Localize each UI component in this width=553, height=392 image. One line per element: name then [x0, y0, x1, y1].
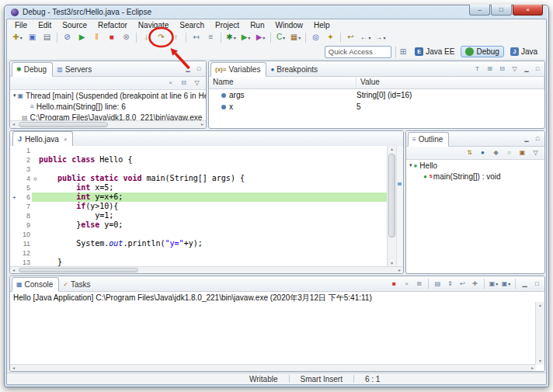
save-icon[interactable]: ▣: [25, 31, 40, 43]
marker-bar[interactable]: [10, 220, 18, 230]
maximize-view-icon[interactable]: □: [531, 279, 543, 289]
marker-bar[interactable]: [10, 230, 18, 239]
scroll-lock-icon[interactable]: ⇕: [444, 279, 456, 289]
code-line-11[interactable]: 11 System.out.println("y="+y);: [10, 239, 387, 248]
terminate-icon[interactable]: ■: [104, 31, 119, 43]
minimize-view-icon[interactable]: ▁: [522, 64, 531, 73]
scroll-down-icon[interactable]: ▾: [536, 358, 544, 365]
minimize-view-icon[interactable]: ▁: [519, 279, 530, 289]
marker-bar[interactable]: [10, 183, 18, 193]
step-over-icon[interactable]: ↷: [154, 31, 169, 43]
view-menu-icon[interactable]: ▽: [530, 148, 541, 158]
menu-run[interactable]: Run: [245, 20, 270, 30]
tab-debug[interactable]: ✱Debug: [12, 62, 53, 77]
perspective-debug[interactable]: Debug: [461, 46, 503, 57]
scroll-left-icon[interactable]: ◂: [10, 365, 17, 371]
marker-bar[interactable]: [10, 239, 18, 248]
run-launch-icon[interactable]: ▶▾: [238, 31, 253, 43]
hide-static-members-icon[interactable]: ◆: [490, 148, 502, 158]
view-menu-icon[interactable]: ▽: [509, 64, 520, 74]
menu-window[interactable]: Window: [270, 20, 308, 30]
code-line-8[interactable]: 8 y=1;: [10, 211, 387, 220]
hide-local-types-icon[interactable]: ▣: [516, 148, 528, 158]
tree-item[interactable]: ≡Hello.main(String[]) line: 6: [10, 101, 206, 112]
open-perspective-icon[interactable]: ⊞: [400, 47, 406, 56]
menu-search[interactable]: Search: [174, 20, 210, 30]
hide-fields-icon[interactable]: ●: [477, 148, 489, 158]
code-line-9[interactable]: 9 }else y=0;: [10, 220, 387, 230]
menu-edit[interactable]: Edit: [33, 20, 57, 30]
word-wrap-icon[interactable]: ↩: [457, 279, 468, 289]
display-selected-console-icon[interactable]: ▣▾: [488, 279, 499, 289]
pin-console-icon[interactable]: ✚: [469, 279, 481, 289]
code-line-6[interactable]: ➔6 int y=x+6;: [10, 193, 387, 202]
overview-ruler[interactable]: [396, 146, 403, 267]
remove-all-terminated-icon[interactable]: ×: [165, 78, 176, 88]
print-icon[interactable]: ▤: [40, 31, 54, 43]
debug-launch-icon[interactable]: ✱▾: [224, 31, 238, 43]
java-search-icon[interactable]: ✦: [323, 31, 338, 43]
menu-refactor[interactable]: Refactor: [92, 20, 133, 30]
sort-icon[interactable]: ⇅: [464, 148, 475, 158]
new-java-package-icon[interactable]: ▦▾: [288, 31, 303, 43]
view-menu-icon[interactable]: ▽: [191, 78, 203, 88]
column-header-value[interactable]: Value: [356, 77, 544, 88]
new-java-class-icon[interactable]: C▾: [273, 31, 288, 43]
scroll-up-icon[interactable]: ▴: [388, 146, 396, 153]
scrollbar-thumb[interactable]: [19, 268, 138, 272]
perspective-java[interactable]: JJava: [506, 46, 542, 57]
clear-console-icon[interactable]: ▤: [432, 279, 443, 289]
code-area[interactable]: 12public class Hello {34⊖ public static …: [10, 146, 387, 267]
tab-breakpoints[interactable]: ●Breakpoints: [266, 63, 323, 76]
open-type-icon[interactable]: ◎: [308, 31, 323, 43]
maximize-button[interactable]: □: [491, 5, 512, 16]
fold-collapse-icon[interactable]: ⊖: [33, 175, 37, 182]
code-line-5[interactable]: 5 int x=5;: [10, 183, 387, 193]
step-return-icon[interactable]: ↑: [169, 31, 183, 43]
scroll-up-icon[interactable]: ▴: [536, 302, 544, 309]
use-step-filters-icon[interactable]: ≡: [203, 31, 218, 43]
perspective-java-ee[interactable]: EJava EE: [410, 46, 459, 57]
code-line-1[interactable]: 1: [10, 146, 387, 155]
tab-tasks[interactable]: ✓Tasks: [59, 278, 96, 291]
code-line-7[interactable]: 7 if(y>10){: [10, 202, 387, 211]
marker-bar[interactable]: [10, 146, 18, 155]
code-line-2[interactable]: 2public class Hello {: [10, 155, 387, 165]
scroll-left-icon[interactable]: ◂: [10, 267, 17, 273]
open-console-icon[interactable]: ▣▾: [500, 279, 512, 289]
minimize-view-icon[interactable]: ▁: [183, 64, 193, 73]
marker-bar[interactable]: ➔: [10, 193, 18, 202]
tab-console[interactable]: ▦Console: [12, 277, 59, 292]
console-vscrollbar[interactable]: ▴ ▾: [535, 302, 544, 365]
code-line-3[interactable]: 3: [10, 165, 387, 174]
forward-icon[interactable]: →▾: [373, 31, 388, 43]
step-into-icon[interactable]: ↓: [139, 31, 154, 43]
column-header-name[interactable]: Name: [209, 77, 356, 88]
remove-all-launches-icon[interactable]: ⊠: [413, 279, 425, 289]
drop-to-frame-icon[interactable]: ↤: [189, 31, 203, 43]
tree-item[interactable]: ▾●Hello: [406, 160, 544, 171]
marker-bar[interactable]: [10, 248, 18, 258]
marker-bar[interactable]: [10, 174, 18, 183]
minimize-button[interactable]: –: [469, 5, 490, 16]
menu-navigate[interactable]: Navigate: [133, 20, 174, 30]
menu-source[interactable]: Source: [57, 20, 92, 30]
scroll-right-icon[interactable]: ▸: [396, 267, 403, 273]
tab-servers[interactable]: ▥Servers: [53, 63, 97, 76]
scroll-right-icon[interactable]: ▸: [529, 365, 536, 371]
variable-row[interactable]: x5: [209, 101, 544, 113]
title-bar[interactable]: Debug - Test3/src/Hello.java - Eclipse: [5, 5, 548, 19]
scrollbar-thumb[interactable]: [19, 122, 108, 127]
skip-all-breakpoints-icon[interactable]: ⊘: [60, 31, 75, 43]
tab-variables[interactable]: (x)=Variables: [210, 62, 266, 77]
terminate-icon[interactable]: ■: [388, 279, 400, 289]
remove-launch-icon[interactable]: ×: [401, 279, 412, 289]
tree-item[interactable]: ▾▣Thread [main] (Suspended (breakpoint a…: [10, 90, 206, 101]
menu-project[interactable]: Project: [210, 20, 245, 30]
quick-access-input[interactable]: Quick Access: [325, 46, 391, 58]
minimize-view-icon[interactable]: ▁: [522, 134, 531, 143]
back-icon[interactable]: ←▾: [358, 31, 373, 43]
scroll-right-icon[interactable]: ▸: [199, 121, 206, 128]
maximize-view-icon[interactable]: □: [194, 64, 203, 73]
resume-icon[interactable]: ▶: [75, 31, 89, 43]
